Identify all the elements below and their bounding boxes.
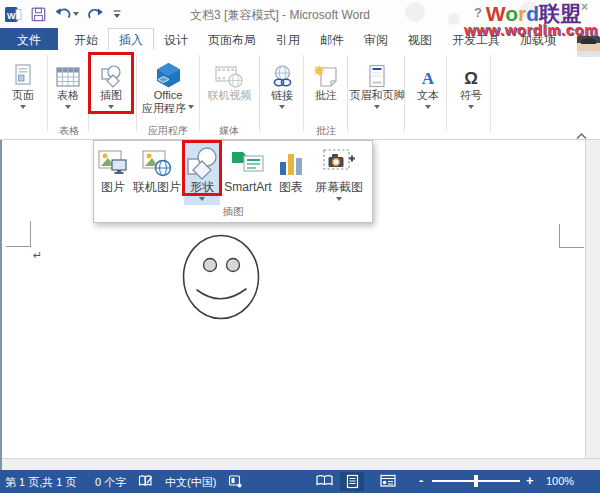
- print-layout-view-button[interactable]: [346, 474, 359, 491]
- redo-icon: [88, 8, 103, 21]
- help-icon[interactable]: ?: [474, 5, 482, 20]
- zoom-level[interactable]: 100%: [546, 475, 574, 487]
- menu-item-shapes[interactable]: 形状: [184, 141, 220, 205]
- status-bar: 第 1 页,共 1 页 0 个字 中文(中国): [0, 470, 600, 493]
- zoom-out-button[interactable]: -: [419, 473, 423, 488]
- undo-dropdown-arrow[interactable]: [73, 12, 79, 19]
- text-label: 文本: [417, 89, 439, 102]
- header-footer-button[interactable]: 页眉和页脚: [349, 53, 405, 112]
- tab-file[interactable]: 文件: [0, 28, 58, 50]
- smiley-face-shape[interactable]: [178, 230, 266, 324]
- margin-mark-right-vertical: [559, 224, 560, 248]
- links-dropdown-arrow: [279, 105, 285, 112]
- shapes-label: 形状: [190, 181, 214, 194]
- tab-page-layout[interactable]: 页面布局: [198, 28, 266, 50]
- page-indicator[interactable]: 第 1 页,共 1 页: [5, 475, 77, 490]
- ribbon: 页面 表格 插图: [0, 50, 600, 140]
- symbols-label: 符号: [460, 89, 482, 102]
- office-apps-label-line1: Office: [154, 89, 183, 102]
- group-label-tables: 表格: [44, 124, 94, 138]
- menu-item-pictures[interactable]: 图片: [96, 141, 130, 194]
- links-button[interactable]: 链接: [262, 53, 302, 112]
- group-separator: [136, 55, 137, 131]
- menu-item-online-pictures[interactable]: 联机图片: [132, 141, 182, 194]
- tab-view[interactable]: 视图: [398, 28, 442, 50]
- chevron-up-icon: [576, 133, 587, 140]
- comment-label: 批注: [315, 89, 337, 102]
- header-footer-dropdown-arrow: [374, 105, 380, 112]
- pages-dropdown-arrow: [20, 105, 26, 112]
- web-layout-view-button[interactable]: [380, 474, 396, 490]
- language-status[interactable]: 中文(中国): [165, 475, 216, 490]
- office-apps-button[interactable]: Office 应用程序: [139, 53, 197, 115]
- shapes-dropdown-arrow: [199, 197, 205, 204]
- symbols-dropdown-arrow: [468, 105, 474, 112]
- pages-icon: [12, 63, 34, 89]
- tab-mailings[interactable]: 邮件: [310, 28, 354, 50]
- save-button[interactable]: [31, 7, 46, 22]
- zoom-slider-thumb[interactable]: [474, 475, 478, 487]
- tab-design[interactable]: 设计: [154, 28, 198, 50]
- tab-home[interactable]: 开始: [64, 28, 108, 50]
- svg-text:W: W: [7, 10, 16, 20]
- screenshot-dropdown-arrow: [336, 197, 342, 204]
- omega-icon: Ω: [464, 69, 478, 89]
- scrollbar-gutter[interactable]: [585, 140, 600, 458]
- margin-mark-right-horizontal: [559, 247, 584, 248]
- pages-button[interactable]: 页面: [2, 53, 44, 112]
- horizontal-scrollbar[interactable]: [0, 458, 600, 470]
- comment-button[interactable]: 批注: [306, 53, 346, 102]
- online-video-icon: [215, 64, 244, 89]
- proofing-status-icon[interactable]: [138, 474, 153, 490]
- word-app-icon[interactable]: W: [5, 6, 22, 23]
- redo-button[interactable]: [88, 8, 103, 21]
- table-icon: [56, 66, 81, 89]
- group-separator: [259, 55, 260, 131]
- tab-review[interactable]: 审阅: [354, 28, 398, 50]
- shapes-icon: [185, 146, 219, 180]
- text-button[interactable]: A 文本: [409, 53, 447, 112]
- undo-button[interactable]: [55, 8, 79, 20]
- illustrations-dropdown-panel: 图片 联机图片 形状: [93, 140, 373, 223]
- menu-item-smartart[interactable]: SmartArt: [220, 141, 276, 194]
- paragraph-mark: ↵: [33, 249, 42, 262]
- pages-label: 页面: [12, 89, 34, 102]
- illustrations-dropdown-arrow: [108, 105, 114, 112]
- save-icon: [31, 7, 46, 22]
- office-apps-label-line2: 应用程序: [142, 102, 186, 115]
- group-separator: [88, 55, 89, 131]
- online-pictures-label: 联机图片: [133, 181, 181, 194]
- group-label-apps: 应用程序: [138, 124, 198, 138]
- illustrations-button[interactable]: 插图: [90, 53, 132, 112]
- window-left-edge: [0, 140, 2, 470]
- table-button[interactable]: 表格: [48, 53, 88, 112]
- margin-mark-left-horizontal: [6, 246, 31, 247]
- read-mode-view-button[interactable]: [316, 474, 333, 489]
- avatar-hair: [581, 38, 596, 44]
- link-icon: [271, 65, 294, 89]
- smiley-left-eye: [204, 259, 217, 272]
- word-window: W: [0, 0, 600, 493]
- watermark-ghost: [448, 13, 460, 25]
- word-count[interactable]: 0 个字: [95, 475, 126, 490]
- illustrations-shapes-icon: [99, 63, 123, 89]
- smartart-icon: [231, 148, 265, 178]
- symbols-button[interactable]: Ω 符号: [451, 53, 491, 112]
- avatar: [577, 36, 600, 57]
- screenshot-label: 屏幕截图: [315, 181, 363, 194]
- tab-references[interactable]: 引用: [266, 28, 310, 50]
- online-video-button: 联机视频: [202, 53, 257, 102]
- smartart-label: SmartArt: [224, 181, 271, 194]
- menu-item-chart[interactable]: 图表: [274, 141, 308, 194]
- online-pictures-icon: [142, 149, 172, 177]
- zoom-in-button[interactable]: +: [526, 473, 534, 488]
- menu-item-screenshot[interactable]: 屏幕截图: [310, 141, 368, 204]
- header-footer-label: 页眉和页脚: [350, 89, 405, 102]
- watermark-close-icon: ×: [581, 0, 588, 14]
- word-logo-icon: W: [5, 6, 22, 23]
- window-title: 文档3 [兼容模式] - Microsoft Word: [120, 7, 440, 24]
- online-video-label: 联机视频: [208, 89, 252, 102]
- tab-insert[interactable]: 插入: [108, 28, 154, 50]
- macro-record-icon[interactable]: [228, 474, 242, 490]
- pictures-label: 图片: [101, 181, 125, 194]
